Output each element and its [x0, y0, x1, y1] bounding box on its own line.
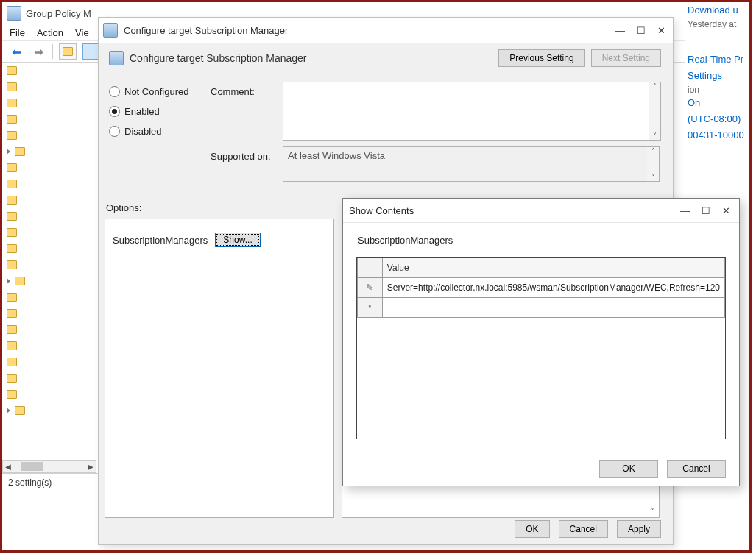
minimize-button[interactable]: — [680, 205, 690, 216]
scroll-left-icon[interactable]: ◄ [3, 461, 13, 472]
folder-icon [63, 47, 73, 56]
previous-setting-button[interactable]: Previous Setting [498, 49, 584, 67]
tree-item[interactable] [2, 273, 96, 289]
tree-item[interactable] [2, 322, 96, 338]
ok-button[interactable]: OK [599, 460, 658, 478]
tree-h-scrollbar[interactable]: ◄ ► [2, 460, 96, 473]
radio-enabled[interactable]: Enabled [109, 106, 188, 117]
link-tz[interactable]: (UTC-08:00) [688, 111, 751, 127]
scroll-down-icon[interactable]: ˅ [651, 173, 655, 181]
cfg-titlebar[interactable]: Configure target Subscription Manager — … [99, 18, 673, 43]
folder-icon [7, 325, 17, 334]
supported-scrollbar[interactable]: ˄˅ [647, 147, 659, 181]
supported-label: Supported on: [211, 151, 271, 162]
tree-item[interactable] [2, 402, 96, 419]
grid-cell-value[interactable] [382, 298, 724, 318]
folder-icon [7, 180, 17, 188]
tree-item[interactable] [2, 192, 96, 208]
tree-item[interactable] [2, 160, 96, 176]
radio-disabled[interactable]: Disabled [109, 126, 188, 137]
folder-icon [7, 212, 17, 221]
gp-tree[interactable] [2, 63, 96, 460]
scroll-up-icon[interactable]: ˄ [653, 82, 657, 91]
cancel-button[interactable]: Cancel [559, 520, 608, 538]
subscription-grid[interactable]: Value ✎ Server=http://collector.nx.local… [356, 257, 726, 439]
folder-icon [7, 82, 17, 91]
tree-item[interactable] [2, 111, 96, 127]
tree-item[interactable] [2, 257, 96, 273]
grid-col-value[interactable]: Value [382, 258, 724, 278]
tree-item[interactable] [2, 143, 96, 160]
tree-item[interactable] [2, 241, 96, 257]
right-info-panel: Download u Yesterday at Real-Time Pr Set… [685, 2, 751, 171]
tree-item[interactable] [2, 79, 96, 95]
radio-not-configured[interactable]: Not Configured [109, 86, 188, 97]
tree-item[interactable] [2, 338, 96, 354]
options-label: Options: [106, 202, 141, 213]
row-marker: ✎ [358, 278, 383, 298]
tree-item[interactable] [2, 224, 96, 241]
close-button[interactable]: ✕ [722, 205, 730, 216]
scroll-thumb[interactable] [21, 462, 43, 471]
expand-icon [7, 149, 10, 155]
link-download[interactable]: Download u [688, 2, 751, 18]
tree-item[interactable] [2, 127, 96, 143]
option-item-label: SubscriptionManagers [113, 235, 208, 246]
tree-item[interactable] [2, 176, 96, 192]
cancel-button[interactable]: Cancel [667, 460, 726, 478]
policy-icon [103, 23, 118, 38]
show-contents-dialog: Show Contents — ☐ ✕ SubscriptionManagers… [342, 198, 740, 486]
tree-item[interactable] [2, 354, 96, 370]
tree-item[interactable] [2, 305, 96, 322]
expand-icon [7, 408, 10, 414]
show-button[interactable]: Show... [215, 233, 260, 247]
ok-button[interactable]: OK [515, 520, 549, 538]
tree-item[interactable] [2, 208, 96, 224]
tree-item[interactable] [2, 289, 96, 305]
menu-action[interactable]: Action [37, 27, 63, 38]
grid-row[interactable]: ✎ Server=http://collector.nx.local:5985/… [358, 278, 725, 298]
close-button[interactable]: ✕ [657, 25, 665, 36]
radio-label: Enabled [124, 106, 160, 117]
grid-row[interactable]: * [358, 298, 725, 318]
folder-icon [7, 390, 17, 399]
cfg-heading: Configure target Subscription Manager [109, 51, 306, 65]
forward-button[interactable]: ➡ [30, 44, 46, 59]
link-settings[interactable]: Settings [688, 68, 751, 84]
maximize-button[interactable]: ☐ [637, 25, 646, 36]
folder-icon [7, 131, 17, 140]
tree-item[interactable] [2, 95, 96, 111]
grid-corner [358, 258, 383, 278]
scroll-down-icon[interactable]: ˅ [647, 505, 657, 516]
scroll-up-icon[interactable]: ˄ [651, 147, 655, 155]
comment-scrollbar[interactable]: ˄˅ [649, 82, 660, 140]
tree-item[interactable] [2, 386, 96, 402]
folder-icon [7, 244, 17, 253]
folder-icon [7, 66, 17, 75]
menu-file[interactable]: File [10, 27, 25, 38]
folder-icon [7, 163, 17, 172]
radio-icon [109, 106, 120, 117]
link-id[interactable]: 00431-10000 [688, 127, 751, 143]
link-on[interactable]: On [688, 95, 751, 111]
minimize-button[interactable]: — [615, 25, 625, 36]
folder-icon [7, 293, 17, 302]
link-realtime[interactable]: Real-Time Pr [688, 52, 751, 68]
show-titlebar[interactable]: Show Contents — ☐ ✕ [343, 199, 739, 223]
grid-empty-area [358, 318, 725, 455]
tree-item[interactable] [2, 63, 96, 79]
toolbar-separator [52, 44, 53, 59]
menu-view[interactable]: Vie [75, 27, 89, 38]
back-button[interactable]: ⬅ [8, 44, 24, 59]
scroll-right-icon[interactable]: ► [85, 461, 96, 472]
grid-cell-value[interactable]: Server=http://collector.nx.local:5985/ws… [382, 278, 724, 298]
toolbar-btn-1[interactable] [59, 43, 77, 60]
comment-textarea[interactable]: ˄˅ [283, 82, 661, 141]
scroll-down-icon[interactable]: ˅ [653, 132, 657, 140]
tree-item[interactable] [2, 370, 96, 386]
show-title-text: Show Contents [349, 205, 414, 216]
maximize-button[interactable]: ☐ [702, 205, 710, 216]
radio-icon [109, 86, 120, 97]
apply-button[interactable]: Apply [617, 520, 661, 538]
gp-statusbar: 2 setting(s) [2, 473, 101, 492]
